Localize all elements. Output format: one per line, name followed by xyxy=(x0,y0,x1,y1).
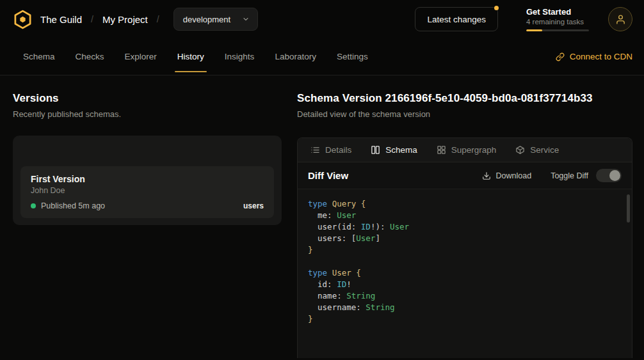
version-detail-column: Schema Version 2166196f-5e10-4059-bd0a-0… xyxy=(297,75,644,358)
version-status-row: Published 5m ago users xyxy=(31,201,264,210)
scrollbar-thumb[interactable] xyxy=(627,194,630,223)
tab-service[interactable]: Service xyxy=(508,141,567,159)
nav-tab-label: History xyxy=(177,52,204,61)
toggle-knob xyxy=(609,170,620,181)
schema-code-viewer[interactable]: type Query { me: User user(id: ID!): Use… xyxy=(298,189,632,358)
hive-logo-icon xyxy=(13,10,33,29)
environment-select-value: development xyxy=(183,15,230,24)
versions-title: Versions xyxy=(13,92,282,105)
download-label: Download xyxy=(496,171,532,180)
nav-tab-label: Checks xyxy=(76,52,104,61)
get-started-progress-track xyxy=(526,29,589,31)
primary-nav-tabs: Schema Checks Explorer History Insights … xyxy=(13,38,378,75)
diff-view-title: Diff View xyxy=(308,170,348,181)
breadcrumb-org[interactable]: The Guild xyxy=(40,14,82,25)
version-name: First Version xyxy=(31,174,264,184)
grid-icon xyxy=(437,145,446,155)
get-started-widget[interactable]: Get Started 4 remaining tasks xyxy=(526,7,589,31)
diff-toolbar: Diff View Download Toggle Diff xyxy=(298,162,632,189)
connect-to-cdn-label: Connect to CDN xyxy=(570,52,632,61)
nav-tab-label: Insights xyxy=(225,52,255,61)
cube-icon xyxy=(515,145,525,155)
breadcrumb-separator: / xyxy=(156,14,161,24)
hive-logo[interactable] xyxy=(13,10,33,29)
nav-tab-explorer[interactable]: Explorer xyxy=(115,38,167,75)
nav-tab-insights[interactable]: Insights xyxy=(214,38,265,75)
user-avatar[interactable] xyxy=(608,7,632,31)
notification-dot xyxy=(494,6,499,10)
tab-schema[interactable]: Schema xyxy=(363,141,425,159)
get-started-title: Get Started xyxy=(526,7,589,17)
version-status: Published 5m ago xyxy=(41,201,105,210)
tab-details[interactable]: Details xyxy=(303,141,359,159)
download-icon xyxy=(482,171,491,180)
person-icon xyxy=(615,14,626,25)
versions-card: First Version John Doe Published 5m ago … xyxy=(13,136,282,225)
nav-tab-checks[interactable]: Checks xyxy=(65,38,115,75)
get-started-subtitle: 4 remaining tasks xyxy=(526,18,589,26)
header-actions: Latest changes Get Started 4 remaining t… xyxy=(415,7,632,31)
environment-select[interactable]: development xyxy=(173,8,258,31)
nav-tab-label: Explorer xyxy=(125,52,157,61)
version-detail-title: Schema Version 2166196f-5e10-4059-bd0a-0… xyxy=(297,92,632,105)
list-icon xyxy=(310,145,320,155)
toggle-diff-control: Toggle Diff xyxy=(551,169,622,182)
nav-tab-laboratory[interactable]: Laboratory xyxy=(264,38,326,75)
version-detail-subtitle: Detailed view of the schema version xyxy=(297,109,632,119)
primary-nav: Schema Checks Explorer History Insights … xyxy=(0,38,644,75)
toggle-diff-label: Toggle Diff xyxy=(551,171,588,180)
code-block: type Query { me: User user(id: ID!): Use… xyxy=(308,198,622,325)
columns-icon xyxy=(371,145,380,155)
diff-toolbar-actions: Download Toggle Diff xyxy=(478,169,622,182)
version-service-badge: users xyxy=(243,201,264,210)
nav-tab-label: Settings xyxy=(337,52,368,61)
nav-tab-schema[interactable]: Schema xyxy=(13,38,65,75)
version-detail-panel: Details Schema Supergraph xyxy=(297,137,632,358)
progress-fill xyxy=(526,29,542,31)
nav-tab-history[interactable]: History xyxy=(167,38,214,75)
toggle-diff-switch[interactable] xyxy=(596,169,622,182)
main-content: Versions Recently published schemas. Fir… xyxy=(0,75,644,358)
nav-tab-settings[interactable]: Settings xyxy=(326,38,378,75)
version-list-item[interactable]: First Version John Doe Published 5m ago … xyxy=(20,166,274,218)
chevron-down-icon xyxy=(242,15,250,23)
download-button[interactable]: Download xyxy=(478,171,536,181)
tab-label: Supergraph xyxy=(451,145,497,155)
tab-label: Details xyxy=(325,145,351,155)
tab-supergraph[interactable]: Supergraph xyxy=(429,141,504,159)
top-header: The Guild / My Project / development Lat… xyxy=(0,0,644,38)
detail-tabs: Details Schema Supergraph xyxy=(298,138,632,162)
latest-changes-label: Latest changes xyxy=(427,15,486,24)
versions-column: Versions Recently published schemas. Fir… xyxy=(0,75,297,358)
latest-changes-button[interactable]: Latest changes xyxy=(415,7,498,31)
breadcrumb-separator: / xyxy=(90,14,95,24)
connect-to-cdn-link[interactable]: Connect to CDN xyxy=(556,38,632,75)
published-status-dot xyxy=(31,203,36,208)
breadcrumb: The Guild / My Project / development xyxy=(13,8,258,31)
nav-tab-label: Schema xyxy=(23,52,55,61)
tab-label: Schema xyxy=(385,145,417,155)
tab-label: Service xyxy=(530,145,559,155)
breadcrumb-project[interactable]: My Project xyxy=(102,14,148,25)
link-icon xyxy=(556,52,565,61)
nav-tab-label: Laboratory xyxy=(275,52,316,61)
version-author: John Doe xyxy=(31,186,264,195)
versions-subtitle: Recently published schemas. xyxy=(13,109,282,119)
